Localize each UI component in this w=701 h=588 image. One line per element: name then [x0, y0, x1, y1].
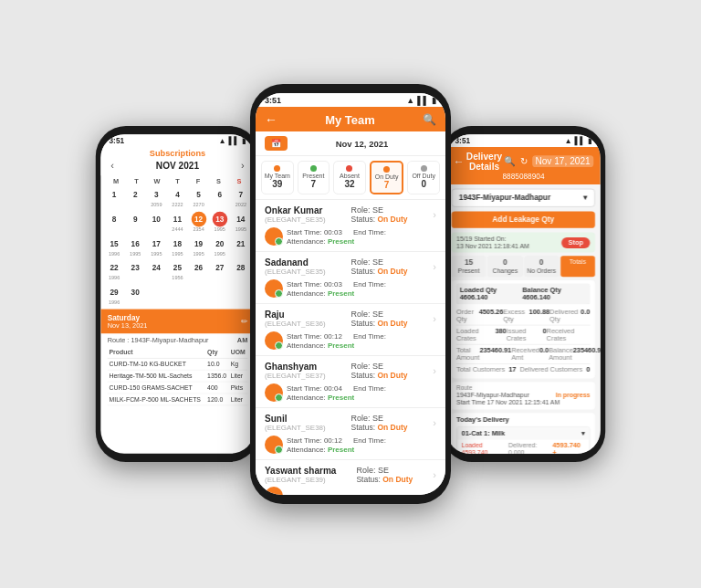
cal-cell[interactable]: 72022 [231, 186, 251, 210]
cal-cell[interactable]: 161995 [125, 236, 145, 259]
tab-label: No Orders [527, 268, 556, 275]
cal-cell[interactable]: 112444 [167, 211, 187, 235]
cal-cell[interactable]: 191995 [189, 236, 209, 259]
back-button[interactable]: ← [265, 112, 277, 127]
member-id: (ELEGANT_SE35) [265, 268, 326, 276]
next-month-arrow[interactable]: › [241, 160, 245, 172]
search-icon[interactable]: 🔍 [423, 113, 436, 126]
list-item[interactable]: Ghanshyam (ELEGANT_SE37) Role: SE Status… [256, 356, 445, 408]
stat-dot [383, 166, 390, 173]
member-name: Sunil [265, 414, 326, 424]
cal-cell[interactable]: 1 [104, 186, 124, 210]
route-dropdown[interactable]: 1943F-Miyapur-Madhapur ▾ [452, 189, 595, 207]
list-item[interactable]: Onkar Kumar (ELEGANT_SE35) Role: SE Stat… [256, 200, 445, 252]
tab-totals[interactable]: Totals [560, 257, 595, 278]
right-status-bar: 3:51 ▲ ▌▌ ▮ [446, 134, 600, 147]
list-item[interactable]: Yaswant sharma (ELEGANT_SE39) Role: SE S… [256, 460, 445, 495]
cal-cell[interactable]: 251956 [167, 259, 187, 283]
qty-cell: 400 [205, 382, 229, 394]
loaded-qty-label: Loaded Qty 4606.140 [460, 287, 522, 302]
loaded-crates-label: Loaded Crates [456, 328, 495, 343]
delivery-info: Loaded Qty 4606.140 Balance Qty 4606.140… [452, 280, 595, 379]
date-picker-button[interactable]: 📅 [265, 136, 288, 151]
add-leakage-button[interactable]: Add Leakage Qty [452, 212, 595, 228]
cal-cell[interactable]: 21 [231, 236, 251, 259]
cal-cell-empty [146, 284, 166, 308]
cal-cell[interactable]: 6 [210, 186, 230, 210]
cal-cell-12[interactable]: 122354 [189, 211, 209, 235]
uom-cell: Pkts [229, 382, 247, 394]
started-info: 15/19 Started On: 13 Nov 2021 12:18:41 A… [456, 236, 529, 251]
member-info: Yaswant sharma (ELEGANT_SE39) [265, 466, 336, 484]
member-info: Sadanand (ELEGANT_SE35) [265, 257, 326, 276]
member-id: (ELEGANT_SE37) [265, 372, 326, 380]
cal-cell[interactable]: 9 [125, 211, 145, 235]
start-time-label: Start Time: 00:12 [287, 332, 342, 341]
member-status: Status: On Duty [356, 475, 413, 484]
stat-dot [274, 165, 280, 172]
stat-card-present[interactable]: Present7 [298, 161, 330, 194]
cal-cell-13[interactable]: 131995 [210, 211, 230, 235]
route-status: In progress [556, 392, 591, 399]
member-status: Status: On Duty [351, 267, 408, 276]
table-row: MILK-FCM-P-500 ML-SACHETS120.0Liter [108, 394, 248, 405]
status-on-duty: On Duty [377, 215, 407, 224]
cal-cell[interactable]: 32059 [146, 186, 166, 210]
cal-cell[interactable]: 291996 [104, 284, 124, 308]
cal-cell[interactable]: 42222 [167, 186, 187, 210]
cal-cell[interactable]: 28 [231, 259, 251, 283]
cal-cell[interactable]: 151996 [104, 236, 124, 259]
cal-cell[interactable]: 10 [146, 211, 166, 235]
list-item[interactable]: Sunil (ELEGANT_SE38) Role: SE Status: On… [256, 408, 445, 460]
cal-cell[interactable]: 2 [125, 186, 145, 210]
qty-value: 4593.740 + [553, 442, 586, 454]
route-dropdown-text: 1943F-Miyapur-Madhapur [459, 194, 550, 203]
list-item[interactable]: Raju (ELEGANT_SE36) Role: SE Status: On … [256, 304, 445, 356]
stat-label: Present [300, 173, 328, 179]
cal-cell[interactable]: 26 [189, 259, 209, 283]
member-status: Status: On Duty [351, 371, 408, 380]
cal-cell[interactable]: 24 [146, 259, 166, 283]
cal-cell[interactable]: 27 [210, 259, 230, 283]
search-icon[interactable]: 🔍 [504, 156, 516, 167]
back-button[interactable]: ← [454, 155, 465, 168]
cal-cell[interactable]: 221996 [104, 259, 124, 283]
stat-card-off-duty[interactable]: Off Duty0 [407, 161, 440, 194]
tab-present[interactable]: 15Present [452, 257, 487, 278]
start-time-label: Start Time: 00:03 [287, 228, 342, 236]
cal-cell[interactable]: 8 [104, 211, 124, 235]
stat-dot [310, 165, 317, 172]
prev-month-arrow[interactable]: ‹ [110, 160, 114, 172]
member-name: Onkar Kumar [265, 205, 326, 215]
stat-card-my-team[interactable]: My Team39 [261, 161, 294, 194]
stat-label: Off Duty [410, 173, 437, 179]
cal-cell[interactable]: 23 [125, 259, 145, 283]
stat-card-absent[interactable]: Absent32 [333, 161, 366, 194]
member-info: Sunil (ELEGANT_SE38) [265, 414, 326, 432]
cal-cell[interactable]: 171995 [146, 236, 166, 259]
wifi-icon: ▲ [564, 137, 571, 145]
col-product: Product [108, 347, 206, 358]
tab-no-orders[interactable]: 0No Orders [524, 257, 559, 278]
chevron-right-icon: › [433, 469, 436, 480]
cal-cell[interactable]: 201995 [210, 236, 230, 259]
uom-cell: Liter [229, 370, 247, 382]
cal-cell[interactable]: 52270 [189, 186, 209, 210]
product-cell: CURD-TM-10 KG-BUCKET [108, 358, 206, 370]
cal-cell[interactable]: 30 [125, 284, 145, 308]
route-time: AM [237, 337, 247, 344]
stop-button[interactable]: Stop [562, 237, 591, 248]
battery-icon: ▮ [588, 137, 592, 145]
member-name: Yaswant sharma [265, 466, 336, 476]
edit-icon[interactable]: ✏ [241, 317, 247, 326]
cal-cell[interactable]: 181995 [167, 236, 187, 259]
list-item[interactable]: Sadanand (ELEGANT_SE35) Role: SE Status:… [256, 252, 445, 304]
wifi-icon: ▲ [218, 137, 225, 145]
cal-cell[interactable]: 141995 [231, 211, 251, 235]
stat-num: 7 [373, 180, 401, 190]
day-mon: M [106, 175, 126, 186]
refresh-icon[interactable]: ↻ [520, 156, 528, 167]
stat-card-on-duty[interactable]: On Duty7 [370, 161, 404, 194]
category-item[interactable]: 01-Cat 1: Milk ▾ Loaded 4593.740 Deliver… [456, 426, 590, 453]
tab-changes[interactable]: 0Changes [488, 257, 523, 278]
